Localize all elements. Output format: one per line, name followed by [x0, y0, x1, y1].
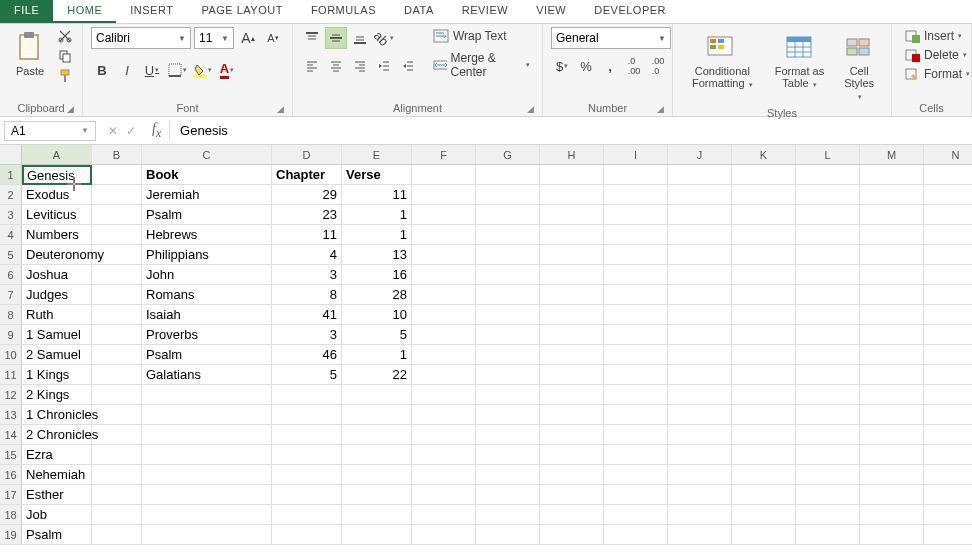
decrease-indent-button[interactable]: [373, 55, 395, 77]
cell[interactable]: [604, 525, 668, 545]
cell[interactable]: Esther: [22, 485, 92, 505]
cell[interactable]: Ezra: [22, 445, 92, 465]
cell[interactable]: [604, 385, 668, 405]
cell[interactable]: [412, 265, 476, 285]
cell[interactable]: [476, 185, 540, 205]
cell[interactable]: [540, 485, 604, 505]
cell[interactable]: [604, 405, 668, 425]
name-box[interactable]: A1▼: [4, 121, 96, 141]
cell[interactable]: 2 Samuel: [22, 345, 92, 365]
row-header[interactable]: 15: [0, 445, 22, 465]
cell[interactable]: [412, 245, 476, 265]
cell[interactable]: Psalm: [142, 205, 272, 225]
align-center-button[interactable]: [325, 55, 347, 77]
cell[interactable]: [412, 405, 476, 425]
format-cells-button[interactable]: Format▾: [900, 65, 972, 83]
row-header[interactable]: 11: [0, 365, 22, 385]
cell[interactable]: [732, 465, 796, 485]
cell[interactable]: 1 Chronicles: [22, 405, 92, 425]
cell[interactable]: [732, 485, 796, 505]
cell[interactable]: Judges: [22, 285, 92, 305]
cell[interactable]: [796, 525, 860, 545]
cell[interactable]: [924, 465, 972, 485]
cell[interactable]: Book: [142, 165, 272, 185]
tab-formulas[interactable]: FORMULAS: [297, 0, 390, 23]
cell[interactable]: [924, 505, 972, 525]
tab-review[interactable]: REVIEW: [448, 0, 522, 23]
cell[interactable]: 1: [342, 225, 412, 245]
column-header[interactable]: H: [540, 145, 604, 165]
cell[interactable]: [732, 525, 796, 545]
cell[interactable]: [342, 465, 412, 485]
cell[interactable]: 41: [272, 305, 342, 325]
cell[interactable]: [412, 525, 476, 545]
cell[interactable]: [924, 265, 972, 285]
cell[interactable]: [604, 325, 668, 345]
row-header[interactable]: 9: [0, 325, 22, 345]
cell[interactable]: Philippians: [142, 245, 272, 265]
tab-file[interactable]: FILE: [0, 0, 53, 23]
cell[interactable]: [272, 525, 342, 545]
cell[interactable]: [342, 385, 412, 405]
cell[interactable]: Nehemiah: [22, 465, 92, 485]
tab-insert[interactable]: INSERT: [116, 0, 187, 23]
cell[interactable]: 3: [272, 265, 342, 285]
cell[interactable]: [476, 205, 540, 225]
cell[interactable]: [540, 165, 604, 185]
cell[interactable]: [924, 185, 972, 205]
cell[interactable]: [796, 265, 860, 285]
cell[interactable]: [412, 305, 476, 325]
align-bottom-button[interactable]: [349, 27, 371, 49]
cell[interactable]: [924, 305, 972, 325]
cell[interactable]: [92, 505, 142, 525]
increase-decimal-button[interactable]: .0.00: [623, 55, 645, 77]
format-painter-button[interactable]: [56, 67, 74, 85]
cell[interactable]: [796, 485, 860, 505]
cell[interactable]: [540, 465, 604, 485]
cell[interactable]: 5: [272, 365, 342, 385]
conditional-formatting-button[interactable]: Conditional Formatting ▾: [681, 27, 764, 93]
cell[interactable]: [860, 245, 924, 265]
align-left-button[interactable]: [301, 55, 323, 77]
cell[interactable]: [92, 245, 142, 265]
cell[interactable]: [540, 325, 604, 345]
tab-home[interactable]: HOME: [53, 0, 116, 23]
cell[interactable]: [796, 365, 860, 385]
cell[interactable]: [272, 385, 342, 405]
cell[interactable]: [412, 385, 476, 405]
cell[interactable]: [796, 185, 860, 205]
cell[interactable]: [924, 225, 972, 245]
cell[interactable]: [732, 425, 796, 445]
cell[interactable]: Galatians: [142, 365, 272, 385]
decrease-decimal-button[interactable]: .00.0: [647, 55, 669, 77]
cell[interactable]: [860, 225, 924, 245]
cell[interactable]: [924, 405, 972, 425]
cell[interactable]: [604, 205, 668, 225]
cell[interactable]: [272, 425, 342, 445]
cell[interactable]: [668, 485, 732, 505]
cell[interactable]: [732, 365, 796, 385]
cell[interactable]: [92, 405, 142, 425]
cell[interactable]: [860, 345, 924, 365]
cell[interactable]: [796, 445, 860, 465]
cell[interactable]: [342, 485, 412, 505]
cell[interactable]: Job: [22, 505, 92, 525]
cell[interactable]: Genesis: [22, 165, 92, 185]
cell[interactable]: [476, 325, 540, 345]
cell[interactable]: 23: [272, 205, 342, 225]
cell[interactable]: [668, 525, 732, 545]
cell[interactable]: [668, 365, 732, 385]
cell[interactable]: [732, 165, 796, 185]
cell[interactable]: [540, 185, 604, 205]
cell[interactable]: [142, 405, 272, 425]
row-header[interactable]: 13: [0, 405, 22, 425]
cell[interactable]: Deuteronomy: [22, 245, 92, 265]
increase-indent-button[interactable]: [397, 55, 419, 77]
cell[interactable]: [92, 265, 142, 285]
cell[interactable]: [272, 445, 342, 465]
cell[interactable]: [342, 425, 412, 445]
cell[interactable]: Proverbs: [142, 325, 272, 345]
cell[interactable]: [476, 485, 540, 505]
cell[interactable]: [342, 405, 412, 425]
cell[interactable]: [92, 445, 142, 465]
